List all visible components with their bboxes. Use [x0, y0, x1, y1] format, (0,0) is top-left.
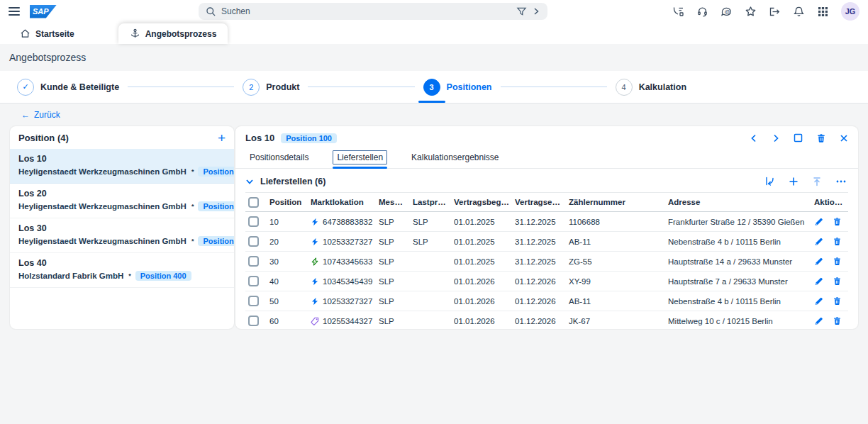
position-item-badge: Position 300	[198, 236, 234, 246]
col-adresse[interactable]: Adresse	[665, 198, 811, 206]
upload-icon[interactable]	[812, 177, 822, 186]
position-list-item[interactable]: Los 40 Holzstandard Fabrik GmbH * Positi…	[10, 253, 234, 288]
tab-startseite[interactable]: Startseite	[9, 23, 86, 44]
filter-icon[interactable]	[516, 6, 527, 17]
collapse-section-icon[interactable]	[245, 177, 254, 186]
search-expand-chevron-icon[interactable]	[532, 7, 540, 16]
position-item-company: Heyligenstaedt Werkzeugmaschinen GmbH	[18, 167, 187, 176]
delete-position-button[interactable]	[816, 133, 826, 143]
edit-row-button[interactable]	[814, 217, 823, 226]
tab-startseite-label: Startseite	[35, 29, 74, 39]
delete-row-button[interactable]	[833, 257, 842, 266]
tab-angebotsprozess[interactable]: Angebotsprozess	[118, 23, 228, 44]
table-row[interactable]: 50 10253327327 SLP 01.01.2026 01.12.2026…	[245, 291, 848, 311]
position-item-badge: Position 200	[198, 201, 234, 211]
position-item-badge: Position 400	[135, 271, 191, 281]
col-lastprofil[interactable]: Lastprofil	[410, 198, 451, 206]
chat-mention-icon[interactable]: @	[720, 6, 733, 18]
position-list-item[interactable]: Los 30 Heyligenstaedt Werkzeugmaschinen …	[10, 218, 234, 253]
overflow-menu-icon[interactable]	[835, 177, 847, 186]
sap-logo-text: SAP	[33, 7, 49, 16]
positions-panel-title: Position (4)	[18, 133, 69, 143]
step-positionen[interactable]: 3 Positionen	[423, 71, 492, 103]
cell-vertragsbeginn: 01.01.2025	[451, 218, 512, 226]
step-produkt[interactable]: 2 Produkt	[243, 71, 299, 103]
row-checkbox[interactable]	[248, 236, 259, 247]
table-row[interactable]: 30 10743345633 SLP 01.01.2025 31.12.2025…	[245, 252, 848, 272]
cell-marktlokation: 10253327327	[308, 297, 376, 306]
row-checkbox[interactable]	[248, 216, 259, 227]
cell-zaehlernummer: XY-99	[566, 277, 665, 286]
col-marktlokation[interactable]: Marktlokation	[308, 198, 376, 206]
col-zaehlernummer[interactable]: Zählernummer	[566, 198, 665, 206]
previous-item-button[interactable]	[750, 134, 758, 143]
edit-row-button[interactable]	[814, 316, 823, 325]
delete-row-button[interactable]	[833, 296, 842, 306]
bell-icon[interactable]	[793, 6, 805, 18]
cell-adresse: Nebenstraße 4 b / 10115 Berlin	[665, 297, 811, 306]
add-lieferstelle-button[interactable]	[789, 177, 799, 186]
maximize-button[interactable]	[794, 133, 803, 143]
cell-messart: SLP	[376, 297, 410, 306]
table-row[interactable]: 60 10255344327 SLP 01.01.2026 01.12.2026…	[245, 311, 848, 329]
step-4-number: 4	[616, 79, 633, 96]
headset-icon[interactable]	[696, 6, 708, 18]
row-checkbox[interactable]	[248, 296, 259, 306]
tab-positionsdetails[interactable]: Positionsdetails	[245, 149, 313, 168]
user-avatar[interactable]: JG	[841, 2, 859, 21]
back-button[interactable]: ← Zurück	[21, 110, 60, 120]
open-in-new-icon[interactable]	[769, 6, 781, 18]
col-position[interactable]: Position	[267, 198, 308, 206]
position-item-marker: *	[191, 238, 194, 245]
row-checkbox[interactable]	[248, 256, 259, 267]
row-checkbox[interactable]	[248, 316, 259, 326]
step-kalkulation[interactable]: 4 Kalkulation	[616, 71, 686, 103]
cell-marktlokation: 10345345439	[308, 277, 376, 286]
cell-vertragsende: 01.12.2026	[512, 277, 566, 286]
delete-row-button[interactable]	[833, 217, 842, 226]
close-panel-button[interactable]	[840, 134, 848, 143]
process-flow-icon[interactable]	[764, 176, 775, 186]
col-vertragsende[interactable]: Vertragsende	[512, 198, 566, 206]
col-aktionen[interactable]: Aktionen	[811, 198, 848, 206]
call-list-icon[interactable]	[672, 6, 684, 18]
search-input[interactable]	[221, 6, 511, 16]
app-grid-icon[interactable]	[817, 6, 829, 18]
cell-messart: SLP	[376, 257, 410, 266]
sap-logo[interactable]: SAP	[30, 5, 57, 18]
cell-zaehlernummer: ZG-55	[566, 257, 665, 266]
tab-kalkulationsergebnisse[interactable]: Kalkulationsergebnisse	[407, 149, 503, 168]
position-list-item[interactable]: Los 10 Heyligenstaedt Werkzeugmaschinen …	[10, 149, 234, 184]
position-list-item[interactable]: Los 20 Heyligenstaedt Werkzeugmaschinen …	[10, 184, 234, 218]
step-kunde-beteiligte[interactable]: ✓ Kunde & Beteiligte	[17, 71, 119, 103]
edit-row-button[interactable]	[814, 296, 823, 306]
table-row[interactable]: 20 10253327327 SLP SLP 01.01.2025 31.12.…	[245, 232, 848, 252]
stepper-connector	[501, 87, 607, 87]
add-position-button[interactable]: +	[218, 133, 226, 143]
menu-icon[interactable]	[9, 7, 20, 16]
table-row[interactable]: 10 64738883832 SLP SLP 01.01.2025 31.12.…	[245, 212, 848, 232]
select-all-checkbox[interactable]	[248, 197, 259, 208]
cell-zaehlernummer: 1106688	[566, 218, 665, 226]
col-messart[interactable]: Messart	[376, 198, 410, 206]
cell-position: 50	[267, 297, 308, 306]
cell-adresse: Nebenstraße 4 b / 10115 Berlin	[665, 238, 811, 246]
lieferstellen-section-header: Lieferstellen (6)	[235, 169, 858, 191]
position-item-marker: *	[191, 168, 194, 175]
col-vertragsbeginn[interactable]: Vertragsbeginn	[451, 198, 512, 206]
edit-row-button[interactable]	[814, 237, 823, 246]
delete-row-button[interactable]	[833, 237, 842, 246]
cell-position: 40	[267, 277, 308, 286]
delete-row-button[interactable]	[833, 316, 842, 325]
position-item-company: Heyligenstaedt Werkzeugmaschinen GmbH	[18, 237, 187, 245]
star-icon[interactable]	[745, 6, 757, 18]
row-checkbox[interactable]	[248, 276, 259, 286]
next-item-button[interactable]	[772, 134, 780, 143]
edit-row-button[interactable]	[814, 277, 823, 286]
cell-vertragsende: 31.12.2025	[512, 238, 566, 246]
edit-row-button[interactable]	[814, 257, 823, 266]
search-bar[interactable]	[199, 3, 547, 20]
delete-row-button[interactable]	[833, 277, 842, 286]
table-row[interactable]: 40 10345345439 SLP 01.01.2026 01.12.2026…	[245, 272, 848, 291]
tab-lieferstellen[interactable]: Lieferstellen	[333, 149, 387, 168]
